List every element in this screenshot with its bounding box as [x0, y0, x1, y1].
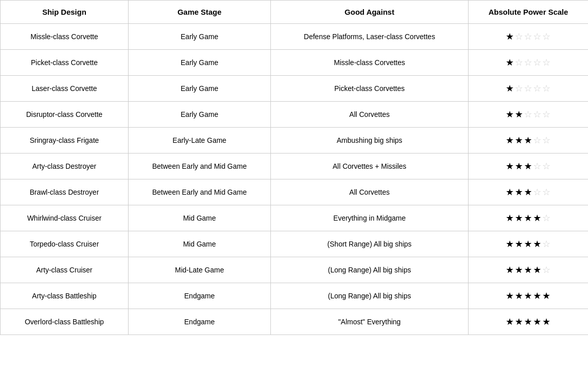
column-header-power-scale: Absolute Power Scale	[469, 1, 589, 24]
star-filled: ★	[515, 317, 524, 327]
star-empty: ☆	[524, 57, 533, 68]
star-empty: ☆	[515, 32, 524, 42]
good-against-cell: (Long Range) All big ships	[271, 283, 469, 309]
star-empty: ☆	[542, 32, 551, 42]
star-rating: ★☆☆☆☆	[506, 57, 551, 68]
game-stage-cell: Early Game	[129, 102, 271, 128]
game-stage-cell: Early Game	[129, 76, 271, 102]
table-row: Arty-class BattleshipEndgame(Long Range)…	[1, 283, 589, 309]
star-empty: ☆	[515, 57, 524, 68]
column-header-good-against: Good Against	[271, 1, 469, 24]
star-empty: ☆	[533, 83, 542, 94]
good-against-cell: Everything in Midgame	[271, 205, 469, 231]
star-empty: ☆	[524, 32, 533, 42]
good-against-cell: Picket-class Corvettes	[271, 76, 469, 102]
table-row: Picket-class CorvetteEarly GameMissle-cl…	[1, 50, 589, 76]
ship-design-cell: Missle-class Corvette	[1, 24, 129, 50]
good-against-cell: "Almost" Everything	[271, 309, 469, 335]
game-stage-cell: Early-Late Game	[129, 128, 271, 154]
star-filled: ★	[524, 135, 533, 145]
star-rating: ★☆☆☆☆	[506, 32, 551, 42]
power-scale-cell: ★★★☆☆	[469, 128, 589, 154]
ship-design-cell: Arty-class Destroyer	[1, 154, 129, 179]
game-stage-cell: Mid Game	[129, 231, 271, 257]
star-filled: ★	[506, 317, 515, 327]
good-against-cell: (Short Range) All big ships	[271, 231, 469, 257]
star-filled: ★	[515, 213, 524, 223]
game-stage-cell: Between Early and Mid Game	[129, 154, 271, 179]
power-scale-cell: ★★☆☆☆	[469, 102, 589, 128]
star-filled: ★	[506, 239, 515, 249]
star-empty: ☆	[542, 187, 551, 197]
table-row: Missle-class CorvetteEarly GameDefense P…	[1, 24, 589, 50]
table-row: Sringray-class FrigateEarly-Late GameAmb…	[1, 128, 589, 154]
star-filled: ★	[515, 291, 524, 301]
game-stage-cell: Early Game	[129, 50, 271, 76]
good-against-cell: (Long Range) All big ships	[271, 257, 469, 283]
star-empty: ☆	[533, 57, 542, 68]
good-against-cell: All Corvettes	[271, 179, 469, 205]
star-filled: ★	[515, 135, 524, 145]
star-filled: ★	[506, 291, 515, 301]
game-stage-cell: Mid-Late Game	[129, 257, 271, 283]
star-filled: ★	[524, 239, 533, 249]
ship-design-cell: Disruptor-class Corvette	[1, 102, 129, 128]
column-header-game-stage: Game Stage	[129, 1, 271, 24]
power-scale-cell: ★☆☆☆☆	[469, 24, 589, 50]
ship-design-cell: Arty-class Cruiser	[1, 257, 129, 283]
ship-design-cell: Laser-class Corvette	[1, 76, 129, 102]
good-against-cell: Defense Platforms, Laser-class Corvettes	[271, 24, 469, 50]
table-row: Disruptor-class CorvetteEarly GameAll Co…	[1, 102, 589, 128]
good-against-cell: All Corvettes + Missiles	[271, 154, 469, 179]
star-rating: ★☆☆☆☆	[506, 83, 551, 94]
power-scale-cell: ★☆☆☆☆	[469, 76, 589, 102]
star-filled: ★	[506, 265, 515, 275]
game-stage-cell: Between Early and Mid Game	[129, 179, 271, 205]
star-rating: ★★★★☆	[506, 265, 551, 275]
star-empty: ☆	[533, 32, 542, 42]
star-filled: ★	[515, 265, 524, 275]
star-rating: ★★★★☆	[506, 239, 551, 249]
star-empty: ☆	[542, 161, 551, 171]
star-rating: ★★★★☆	[506, 213, 551, 223]
star-filled: ★	[533, 213, 542, 223]
star-rating: ★★★☆☆	[506, 135, 551, 145]
game-stage-cell: Early Game	[129, 24, 271, 50]
star-filled: ★	[524, 161, 533, 171]
ship-design-cell: Sringray-class Frigate	[1, 128, 129, 154]
star-rating: ★★★★★	[506, 317, 551, 327]
game-stage-cell: Endgame	[129, 283, 271, 309]
star-filled: ★	[524, 213, 533, 223]
star-filled: ★	[542, 317, 551, 327]
star-filled: ★	[515, 109, 524, 119]
star-empty: ☆	[542, 213, 551, 223]
good-against-cell: Missle-class Corvettes	[271, 50, 469, 76]
game-stage-cell: Endgame	[129, 309, 271, 335]
ship-design-cell: Whirlwind-class Cruiser	[1, 205, 129, 231]
star-filled: ★	[506, 83, 515, 94]
star-filled: ★	[506, 187, 515, 197]
ship-design-cell: Arty-class Battleship	[1, 283, 129, 309]
star-empty: ☆	[515, 83, 524, 94]
star-filled: ★	[506, 109, 515, 119]
star-empty: ☆	[542, 83, 551, 94]
ship-design-cell: Brawl-class Destroyer	[1, 179, 129, 205]
power-scale-cell: ★★★★☆	[469, 205, 589, 231]
star-rating: ★★★★★	[506, 291, 551, 301]
star-empty: ☆	[533, 135, 542, 145]
star-empty: ☆	[533, 187, 542, 197]
star-filled: ★	[533, 239, 542, 249]
star-filled: ★	[506, 161, 515, 171]
table-row: Brawl-class DestroyerBetween Early and M…	[1, 179, 589, 205]
star-empty: ☆	[542, 109, 551, 119]
star-empty: ☆	[524, 109, 533, 119]
star-empty: ☆	[524, 83, 533, 94]
star-filled: ★	[524, 317, 533, 327]
star-filled: ★	[515, 187, 524, 197]
table-row: Overlord-class BattleshipEndgame"Almost"…	[1, 309, 589, 335]
star-empty: ☆	[533, 161, 542, 171]
star-filled: ★	[533, 317, 542, 327]
star-filled: ★	[542, 291, 551, 301]
table-row: Laser-class CorvetteEarly GamePicket-cla…	[1, 76, 589, 102]
star-empty: ☆	[542, 57, 551, 68]
